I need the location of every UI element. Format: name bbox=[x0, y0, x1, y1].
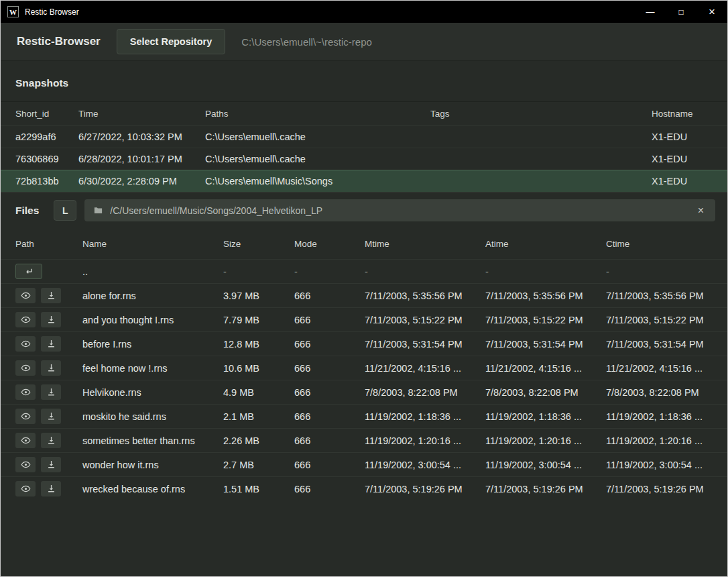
file-path-bar[interactable]: /C/Users/emuell/Music/Songs/2004_Helveti… bbox=[84, 199, 715, 221]
snapshot-short-id: 76306869 bbox=[15, 154, 78, 164]
file-ctime: 11/19/2002, 3:00:54 ... bbox=[606, 460, 713, 470]
preview-file-button[interactable] bbox=[15, 433, 36, 448]
file-ctime: 11/21/2002, 4:15:16 ... bbox=[606, 363, 713, 374]
file-size: 12.8 MB bbox=[223, 339, 294, 350]
eye-icon bbox=[21, 460, 31, 470]
download-icon bbox=[46, 387, 56, 397]
snapshot-short-id: a2299af6 bbox=[15, 132, 78, 142]
window-title: Restic Browser bbox=[25, 7, 79, 17]
column-header-atime: Atime bbox=[485, 239, 606, 249]
go-up-button[interactable] bbox=[15, 264, 42, 279]
file-atime: 7/11/2003, 5:35:56 PM bbox=[485, 291, 606, 301]
goto-root-button[interactable]: L bbox=[54, 200, 76, 221]
download-icon bbox=[46, 363, 56, 373]
file-mtime: 7/8/2003, 8:22:08 PM bbox=[365, 387, 485, 398]
download-icon bbox=[46, 460, 56, 470]
download-file-button[interactable] bbox=[41, 457, 61, 472]
file-ctime: 11/19/2002, 1:18:36 ... bbox=[606, 411, 713, 422]
file-mtime: 11/19/2002, 3:00:54 ... bbox=[365, 460, 485, 470]
parent-directory-row: .. - - - - - bbox=[1, 259, 727, 283]
column-header-hostname: Hostname bbox=[652, 109, 713, 119]
file-mode: 666 bbox=[294, 435, 365, 446]
file-mode: 666 bbox=[294, 387, 365, 398]
download-icon bbox=[46, 291, 56, 301]
eye-icon bbox=[21, 315, 31, 325]
file-atime: 7/11/2003, 5:15:22 PM bbox=[485, 315, 606, 325]
file-mode: 666 bbox=[294, 339, 365, 350]
titlebar-left: W Restic Browser bbox=[1, 6, 79, 17]
download-file-button[interactable] bbox=[41, 433, 61, 448]
eye-icon bbox=[21, 291, 31, 301]
file-size: 2.1 MB bbox=[223, 411, 294, 422]
preview-file-button[interactable] bbox=[15, 312, 36, 327]
files-title: Files bbox=[15, 205, 39, 217]
files-header-row: Path Name Size Mode Mtime Atime Ctime bbox=[1, 228, 727, 259]
download-file-button[interactable] bbox=[41, 384, 61, 400]
column-header-short-id: Short_id bbox=[15, 109, 78, 119]
snapshot-row-selected[interactable]: 72b813bb 6/30/2022, 2:28:09 PM C:\Users\… bbox=[1, 170, 727, 192]
preview-file-button[interactable] bbox=[15, 409, 36, 424]
download-file-button[interactable] bbox=[41, 288, 61, 303]
close-button[interactable]: × bbox=[696, 1, 727, 23]
snapshot-paths: C:\Users\emuell\Music\Songs bbox=[205, 176, 430, 187]
preview-file-button[interactable] bbox=[15, 384, 36, 400]
snapshot-row[interactable]: a2299af6 6/27/2022, 10:03:32 PM C:\Users… bbox=[1, 125, 727, 148]
file-mode: 666 bbox=[294, 411, 365, 422]
file-row: feel home now !.rns 10.6 MB 666 11/21/20… bbox=[1, 356, 727, 380]
snapshot-short-id: 72b813bb bbox=[15, 176, 78, 187]
eye-icon bbox=[21, 435, 31, 445]
snapshots-header-row: Short_id Time Paths Tags Hostname bbox=[1, 101, 727, 125]
file-name: and you thought I.rns bbox=[82, 315, 223, 325]
download-file-button[interactable] bbox=[41, 360, 61, 376]
eye-icon bbox=[21, 387, 31, 397]
snapshots-table: Short_id Time Paths Tags Hostname a2299a… bbox=[1, 101, 727, 192]
download-icon bbox=[46, 484, 56, 494]
column-header-path: Path bbox=[15, 239, 82, 249]
file-size: 4.9 MB bbox=[223, 387, 294, 398]
download-file-button[interactable] bbox=[41, 481, 61, 496]
file-mtime: 7/11/2003, 5:19:26 PM bbox=[365, 484, 485, 494]
file-size: - bbox=[223, 266, 294, 277]
preview-file-button[interactable] bbox=[15, 336, 36, 352]
file-ctime: 7/11/2003, 5:15:22 PM bbox=[606, 315, 713, 325]
snapshot-paths: C:\Users\emuell\.cache bbox=[205, 154, 430, 164]
file-size: 1.51 MB bbox=[223, 484, 294, 494]
file-mode: - bbox=[294, 266, 365, 277]
file-mode: 666 bbox=[294, 315, 365, 325]
clear-path-button[interactable]: × bbox=[695, 204, 707, 217]
minimize-button[interactable]: — bbox=[635, 1, 666, 23]
app-logo-icon: W bbox=[7, 6, 19, 17]
file-ctime: 7/11/2003, 5:35:56 PM bbox=[606, 291, 713, 301]
eye-icon bbox=[21, 339, 31, 349]
column-header-mode: Mode bbox=[294, 239, 365, 249]
titlebar: W Restic Browser — □ × bbox=[1, 1, 727, 23]
preview-file-button[interactable] bbox=[15, 288, 36, 303]
select-repository-button[interactable]: Select Repository bbox=[117, 29, 226, 54]
file-row: and you thought I.rns 7.79 MB 666 7/11/2… bbox=[1, 307, 727, 331]
snapshot-time: 6/28/2022, 10:01:17 PM bbox=[78, 154, 205, 164]
file-row: Helvikone.rns 4.9 MB 666 7/8/2003, 8:22:… bbox=[1, 380, 727, 404]
file-ctime: 11/19/2002, 1:20:16 ... bbox=[606, 435, 713, 446]
file-name: wrecked because of.rns bbox=[82, 484, 223, 494]
file-atime: 7/11/2003, 5:19:26 PM bbox=[485, 484, 606, 494]
file-row: wrecked because of.rns 1.51 MB 666 7/11/… bbox=[1, 476, 727, 501]
file-mtime: - bbox=[365, 266, 485, 277]
download-file-button[interactable] bbox=[41, 312, 61, 327]
maximize-button[interactable]: □ bbox=[666, 1, 696, 23]
preview-file-button[interactable] bbox=[15, 360, 36, 376]
snapshot-time: 6/27/2022, 10:03:32 PM bbox=[78, 132, 205, 142]
file-mode: 666 bbox=[294, 484, 365, 494]
app-header: Restic-Browser Select Repository C:\User… bbox=[1, 23, 727, 61]
file-mtime: 7/11/2003, 5:31:54 PM bbox=[365, 339, 485, 350]
download-file-button[interactable] bbox=[41, 336, 61, 352]
column-header-time: Time bbox=[78, 109, 205, 119]
file-mtime: 11/19/2002, 1:18:36 ... bbox=[365, 411, 485, 422]
snapshot-row[interactable]: 76306869 6/28/2022, 10:01:17 PM C:\Users… bbox=[1, 148, 727, 170]
file-mtime: 11/21/2002, 4:15:16 ... bbox=[365, 363, 485, 374]
app-window: W Restic Browser — □ × Restic-Browser Se… bbox=[0, 0, 728, 577]
preview-file-button[interactable] bbox=[15, 481, 36, 496]
preview-file-button[interactable] bbox=[15, 457, 36, 472]
snapshot-hostname: X1-EDU bbox=[652, 132, 713, 142]
download-file-button[interactable] bbox=[41, 409, 61, 424]
file-row: moskito he said.rns 2.1 MB 666 11/19/200… bbox=[1, 404, 727, 428]
